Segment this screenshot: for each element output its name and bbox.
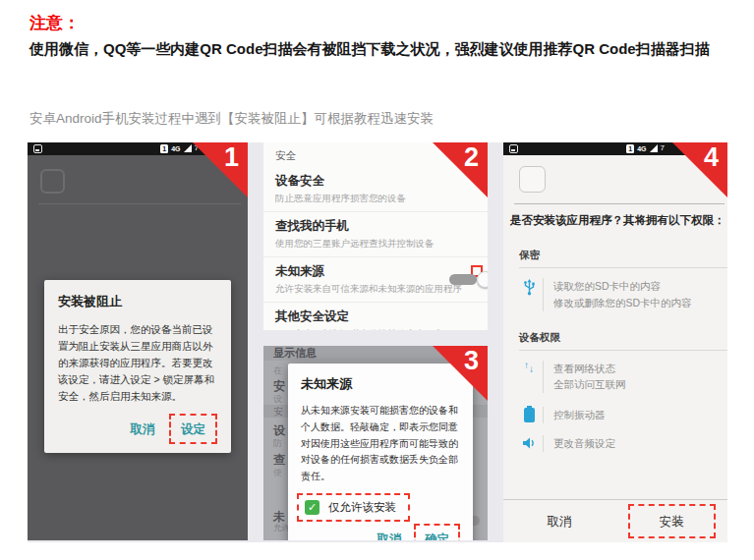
app-icon-placeholder [519, 166, 546, 193]
permissions-list: 保密 [503, 236, 727, 452]
permission-line: 修改或删除您的SD卡中的内容 [553, 295, 692, 311]
status-icons: 1 4G 7 [626, 144, 665, 153]
dialog-buttons: 取消 确定 [301, 524, 460, 540]
vibration-icon [517, 407, 541, 422]
setting-title: 未知来源 [275, 263, 476, 280]
setting-item-other-security[interactable]: 其他安全设定 更改安全更新和证书存储等其他安全设定 [263, 303, 488, 330]
sdcard-status-icon [509, 144, 518, 153]
dialog-buttons: 取消 设定 [58, 414, 217, 444]
cancel-button[interactable]: 取消 [376, 527, 404, 540]
permission-network: ↑↓ 查看网络状态 全部访问互联网 [517, 361, 727, 394]
divider [514, 203, 725, 204]
toggle-track [449, 274, 477, 285]
tutorial-subtitle: 安卓Android手机安装过程中遇到【安装被阻止】可根据教程迅速安装 [29, 110, 434, 128]
screenshot-unknown-sources-dialog: 显示信息 在 安 设 安 设 防 查 使 未 允许安装来自可信来源和未知来源的应… [263, 346, 488, 540]
network-type-label: 4G [171, 145, 180, 152]
signal-icon [650, 144, 658, 152]
network-arrows-icon: ↑↓ [517, 361, 541, 372]
sdcard-status-icon [33, 144, 42, 153]
screenshot-install-blocked: 1 4G 7 安装被阻止 出于安全原因，您的设备当前已设置为阻止安装从三星应用商… [28, 142, 248, 540]
section-device-permissions: 设备权限 [519, 331, 727, 351]
usb-icon [517, 278, 541, 296]
step-corner-ribbon [433, 346, 488, 401]
battery-level-label: 7 [661, 144, 665, 152]
dimmed-text: 使 [273, 467, 282, 479]
toggle-knob [477, 271, 488, 288]
toggle-highlight-box [471, 265, 483, 277]
permission-line: 读取您的SD卡中的内容 [553, 278, 692, 295]
step-corner-ribbon [672, 142, 727, 197]
install-button[interactable]: 安装 [660, 515, 684, 529]
section-privacy: 保密 [519, 249, 727, 268]
checkbox-highlight-box: ✓ 仅允许该安装 [297, 493, 410, 522]
settings-button[interactable]: 设定 [181, 421, 205, 438]
app-icon-placeholder [40, 169, 65, 194]
cancel-button[interactable]: 取消 [129, 417, 157, 443]
permission-vibration: 控制振动器 [517, 407, 727, 423]
permission-line: 更改音频设定 [553, 435, 615, 452]
checkbox-checked-icon[interactable]: ✓ [305, 500, 319, 515]
step-number: 4 [704, 143, 719, 173]
cancel-button[interactable]: 取消 [548, 515, 572, 529]
step-corner-ribbon [433, 142, 488, 197]
install-highlight-box: 安装 [628, 504, 716, 538]
setting-item-unknown-sources[interactable]: 未知来源 允许安装来自可信来源和未知来源的应用程序 [263, 257, 488, 303]
dialog-body: 出于安全原因，您的设备当前已设置为阻止安装从三星应用商店以外的来源获得的应用程序… [58, 321, 217, 405]
step-corner-ribbon [193, 142, 248, 197]
permission-audio: 更改音频设定 [517, 435, 727, 452]
dimmed-text: 在 [273, 364, 282, 377]
notification-count-badge: 1 [160, 144, 168, 153]
screenshot-security-settings: 安全 设备安全 防止恶意应用程序损害您的设备 查找我的手机 使用您的三星账户远程… [263, 142, 488, 330]
ok-highlight-box: 确定 [414, 524, 460, 540]
step-number: 1 [224, 143, 239, 173]
ok-button[interactable]: 确定 [425, 532, 449, 540]
divider [38, 203, 241, 204]
setting-subtitle: 使用您的三星账户远程查找并控制设备 [275, 238, 476, 251]
note-body: 使用微信，QQ等一些内建QR Code扫描会有被阻挡下载之状况，强烈建议使用推荐… [29, 37, 733, 62]
permission-line: 查看网络状态 [553, 361, 626, 377]
checkbox-label: 仅允许该安装 [328, 500, 396, 515]
settings-highlight-box: 设定 [169, 414, 217, 444]
permission-line: 控制振动器 [553, 407, 606, 423]
install-question: 是否安装该应用程序？其将拥有以下权限： [510, 213, 725, 228]
setting-subtitle: 更改安全更新和证书存储等其他安全设定 [275, 328, 476, 330]
screenshots-strip: 1 4G 7 安装被阻止 出于安全原因，您的设备当前已设置为阻止安装从三星应用商… [28, 142, 727, 542]
permission-storage: 读取您的SD卡中的内容 修改或删除您的SD卡中的内容 [517, 278, 727, 311]
signal-icon [184, 144, 192, 152]
notification-count-badge: 1 [626, 144, 634, 153]
step-number: 2 [464, 143, 479, 173]
network-type-label: 4G [637, 145, 646, 152]
setting-title: 查找我的手机 [275, 218, 476, 235]
setting-title: 其他安全设定 [275, 308, 476, 325]
setting-subtitle: 允许安装来自可信来源和未知来源的应用程序 [275, 283, 476, 296]
dialog-title: 安装被阻止 [58, 293, 217, 310]
screenshot-install-permissions: 1 4G 7 是否安装该应用程序？其将拥有以下权限： 保密 [503, 142, 727, 542]
dimmed-text: 防 [273, 437, 282, 450]
install-blocked-dialog: 安装被阻止 出于安全原因，您的设备当前已设置为阻止安装从三星应用商店以外的来源获… [44, 280, 231, 453]
install-button-bar: 取消 安装 [503, 499, 727, 542]
note-title: 注意： [29, 12, 80, 34]
step-number: 3 [464, 347, 479, 376]
setting-item-find-my-phone[interactable]: 查找我的手机 使用您的三星账户远程查找并控制设备 [263, 212, 488, 257]
tutorial-page: 注意： 使用微信，QQ等一些内建QR Code扫描会有被阻挡下载之状况，强烈建议… [0, 0, 754, 560]
dialog-body: 从未知来源安装可能损害您的设备和个人数据。轻敲确定，即表示您同意对因使用这些应用… [301, 403, 460, 485]
permission-line: 全部访问互联网 [553, 376, 626, 393]
speaker-icon [517, 435, 541, 450]
allow-once-checkbox-row[interactable]: ✓ 仅允许该安装 [305, 500, 396, 515]
